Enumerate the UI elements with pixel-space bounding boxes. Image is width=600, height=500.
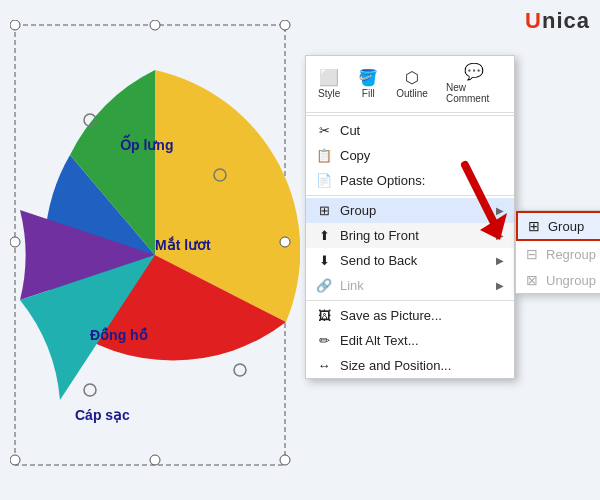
unica-logo: Unica: [525, 8, 590, 34]
edit-alt-text-label: Edit Alt Text...: [340, 333, 504, 348]
send-to-back-icon: ⬇: [316, 253, 332, 268]
link-arrow: ▶: [496, 280, 504, 291]
submenu-regroup-item[interactable]: ⊟ Regroup: [516, 241, 600, 267]
size-and-position-label: Size and Position...: [340, 358, 504, 373]
save-as-picture-label: Save as Picture...: [340, 308, 504, 323]
submenu-regroup-label: Regroup: [546, 247, 596, 262]
fill-label: Fill: [362, 88, 375, 99]
submenu-group-label: Group: [548, 219, 584, 234]
paste-icon: 📄: [316, 173, 332, 188]
red-arrow: [435, 155, 515, 249]
new-comment-icon: 💬: [464, 64, 484, 80]
send-to-back-label: Send to Back: [340, 253, 488, 268]
submenu-ungroup-item[interactable]: ⊠ Ungroup: [516, 267, 600, 293]
fill-icon: 🪣: [358, 70, 378, 86]
size-and-position-icon: ↔: [316, 358, 332, 373]
svg-point-6: [150, 455, 160, 465]
separator-1: [306, 115, 514, 116]
submenu-regroup-icon: ⊟: [526, 246, 538, 262]
cut-icon: ✂: [316, 123, 332, 138]
edit-alt-text-item[interactable]: ✏ Edit Alt Text...: [306, 328, 514, 353]
cut-item[interactable]: ✂ Cut: [306, 118, 514, 143]
copy-icon: 📋: [316, 148, 332, 163]
svg-point-12: [84, 384, 96, 396]
link-icon: 🔗: [316, 278, 332, 293]
submenu-ungroup-label: Ungroup: [546, 273, 596, 288]
style-button[interactable]: ⬜ Style: [314, 68, 344, 101]
fill-button[interactable]: 🪣 Fill: [354, 68, 382, 101]
svg-point-2: [150, 20, 160, 30]
send-to-back-arrow: ▶: [496, 255, 504, 266]
menu-toolbar: ⬜ Style 🪣 Fill ⬡ Outline 💬 New Comment: [306, 56, 514, 113]
pie-chart-container: Ốp lưng Mắt lươt Đồng hồ Cáp sạc: [10, 20, 300, 480]
outline-icon: ⬡: [405, 70, 419, 86]
unica-logo-u: U: [525, 8, 542, 33]
save-as-picture-item[interactable]: 🖼 Save as Picture...: [306, 303, 514, 328]
new-comment-button[interactable]: 💬 New Comment: [442, 62, 506, 106]
group-icon: ⊞: [316, 203, 332, 218]
link-item[interactable]: 🔗 Link ▶: [306, 273, 514, 298]
svg-line-13: [465, 165, 495, 225]
svg-point-3: [280, 20, 290, 30]
canvas-area: Ốp lưng Mắt lươt Đồng hồ Cáp sạc Unica: [0, 0, 600, 500]
group-submenu: ⊞ Group ⊟ Regroup ⊠ Ungroup: [515, 210, 600, 294]
svg-point-11: [234, 364, 246, 376]
outline-button[interactable]: ⬡ Outline: [392, 68, 432, 101]
edit-alt-text-icon: ✏: [316, 333, 332, 348]
label-op-lung: Ốp lưng: [120, 134, 173, 153]
size-and-position-item[interactable]: ↔ Size and Position...: [306, 353, 514, 378]
link-label: Link: [340, 278, 488, 293]
save-as-picture-icon: 🖼: [316, 308, 332, 323]
submenu-group-item[interactable]: ⊞ Group: [516, 211, 600, 241]
new-comment-label: New Comment: [446, 82, 502, 104]
svg-point-8: [10, 237, 20, 247]
label-dong-ho: Đồng hồ: [90, 327, 148, 343]
cut-label: Cut: [340, 123, 504, 138]
separator-3: [306, 300, 514, 301]
label-cap-sac: Cáp sạc: [75, 407, 130, 423]
label-mat-luot: Mắt lươt: [155, 236, 211, 253]
outline-label: Outline: [396, 88, 428, 99]
submenu-ungroup-icon: ⊠: [526, 272, 538, 288]
svg-point-1: [10, 20, 20, 30]
style-label: Style: [318, 88, 340, 99]
unica-logo-rest: nica: [542, 8, 590, 33]
svg-point-7: [10, 455, 20, 465]
style-icon: ⬜: [319, 70, 339, 86]
bring-to-front-icon: ⬆: [316, 228, 332, 243]
svg-point-5: [280, 455, 290, 465]
svg-point-4: [280, 237, 290, 247]
submenu-group-icon: ⊞: [528, 218, 540, 234]
send-to-back-item[interactable]: ⬇ Send to Back ▶: [306, 248, 514, 273]
